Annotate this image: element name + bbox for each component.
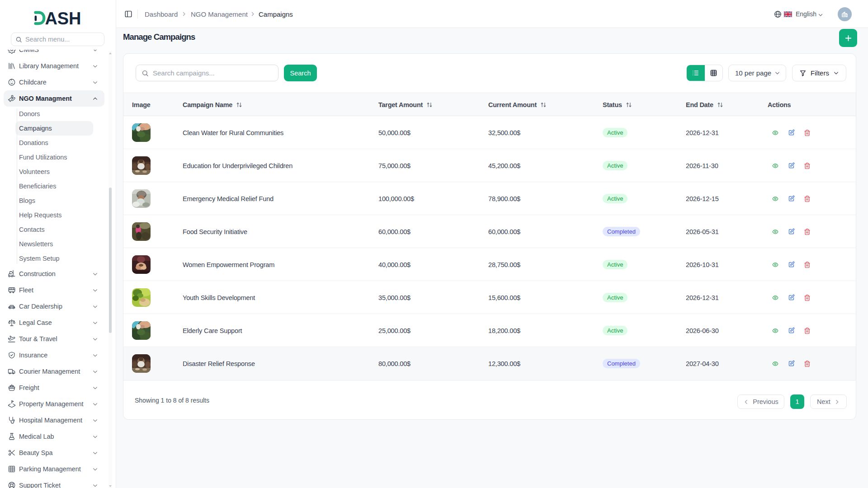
svg-text:ASH: ASH	[45, 9, 81, 28]
